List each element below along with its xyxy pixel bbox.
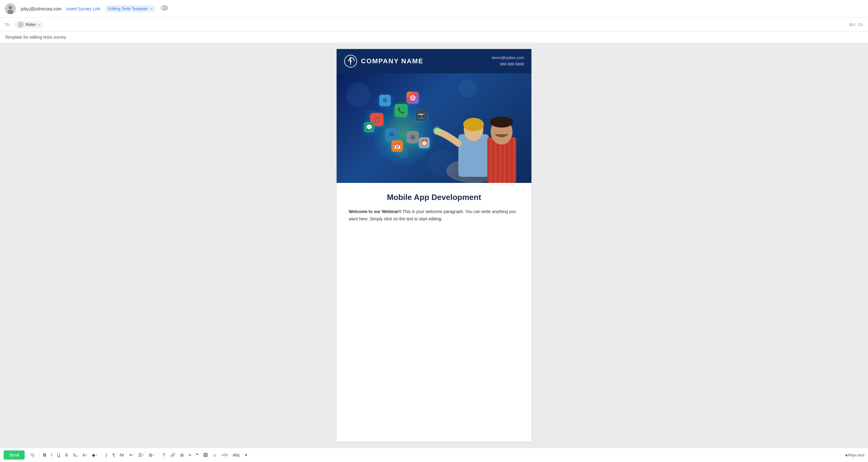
list-button[interactable]: ☰▾ bbox=[136, 451, 146, 459]
attachment-button[interactable]: 📎 bbox=[28, 451, 37, 459]
photos-icon-bubble: 🌸 bbox=[407, 92, 419, 104]
font-color-button[interactable]: A▾ bbox=[80, 451, 89, 459]
spellcheck-button[interactable]: Abc bbox=[230, 451, 242, 459]
close-tab-button[interactable]: × bbox=[150, 7, 152, 11]
email-heading: Mobile App Development bbox=[349, 193, 519, 202]
top-bar: juby.j@zohocorp.com Insert Survey Link E… bbox=[0, 0, 868, 18]
quote-button[interactable]: ❝ bbox=[194, 451, 200, 459]
email-header-banner: COMPANY NAME demo@zylker.com 888 888 888… bbox=[337, 49, 531, 73]
svg-point-12 bbox=[433, 126, 441, 135]
to-label: To bbox=[5, 22, 11, 27]
plain-text-button[interactable]: ◄Plain text bbox=[844, 453, 864, 457]
people-area bbox=[422, 73, 531, 183]
preview-icon[interactable] bbox=[161, 5, 168, 12]
indent-button[interactable]: ⊞▾ bbox=[147, 451, 156, 459]
format-button[interactable]: ƒ bbox=[103, 451, 110, 459]
toolbar-sep-3 bbox=[158, 452, 159, 458]
calendar-icon-bubble: 📅 bbox=[392, 140, 403, 152]
bcc-cc-area: Bcc Cc bbox=[849, 22, 863, 27]
font-color-arrow: ▾ bbox=[86, 454, 87, 457]
svg-rect-19 bbox=[513, 137, 515, 183]
hero-image: 🎵 📞 ⚙ 🌸 📷 ✉ ⊞ 📅 ⏰ 💬 bbox=[337, 73, 531, 183]
blockquote-icon: ≡ bbox=[189, 453, 191, 457]
email-text-content: Mobile App Development Welcome to our We… bbox=[337, 183, 531, 233]
contact-info: demo@zylker.com 888 888 8888 bbox=[492, 55, 524, 68]
bold-button[interactable]: B bbox=[41, 451, 49, 459]
emoji-button[interactable]: ☺ bbox=[210, 451, 219, 459]
link-button[interactable]: 🔗 bbox=[168, 451, 178, 459]
to-row: To Robin × Bcc Cc bbox=[0, 18, 868, 32]
grid-icon-bubble: ⊞ bbox=[407, 131, 419, 143]
toolbar-sep-2 bbox=[101, 452, 101, 458]
more-icon: ▾ bbox=[245, 453, 247, 457]
insert-survey-link[interactable]: Insert Survey Link bbox=[66, 6, 100, 11]
email-body-bold: Welcome to our Webinar!! bbox=[349, 209, 401, 214]
svg-rect-18 bbox=[508, 137, 510, 183]
cc-button[interactable]: Cc bbox=[858, 22, 863, 27]
strikethrough-icon: S bbox=[65, 453, 68, 457]
svg-point-10 bbox=[463, 118, 484, 131]
company-logo: COMPANY NAME bbox=[344, 55, 423, 68]
svg-rect-15 bbox=[495, 137, 496, 183]
image-button[interactable]: 🖼 bbox=[201, 451, 210, 459]
recipient-name: Robin bbox=[26, 22, 36, 27]
active-tab[interactable]: Editing Tests Template × bbox=[105, 5, 156, 12]
sender-email: juby.j@zohocorp.com bbox=[21, 6, 61, 11]
svg-point-21 bbox=[490, 117, 513, 127]
italic-icon: I bbox=[51, 453, 52, 457]
recipient-chip: Robin × bbox=[14, 21, 43, 28]
link-icon: 🔗 bbox=[170, 453, 175, 457]
paragraph-button[interactable]: ¶ bbox=[111, 451, 117, 459]
email-content: COMPANY NAME demo@zylker.com 888 888 888… bbox=[337, 49, 531, 441]
svg-point-2 bbox=[7, 10, 13, 14]
phone-icon-bubble: 📞 bbox=[395, 104, 408, 117]
bold-icon: B bbox=[43, 453, 46, 457]
list-icon: ☰ bbox=[138, 453, 142, 457]
numbered-list-button[interactable]: Nr bbox=[118, 451, 126, 459]
email-body-area: COMPANY NAME demo@zylker.com 888 888 888… bbox=[0, 43, 868, 448]
subscript-button[interactable]: X₂ bbox=[71, 451, 80, 459]
highlight-icon: ◆ bbox=[92, 453, 95, 457]
emoji-icon: ☺ bbox=[212, 453, 217, 457]
subject-text: Template for editing tests survey bbox=[5, 35, 66, 39]
font-color-icon: A bbox=[83, 453, 85, 457]
remove-recipient-button[interactable]: × bbox=[38, 23, 40, 27]
svg-point-4 bbox=[164, 7, 165, 9]
email-body-paragraph: Welcome to our Webinar!! This is your we… bbox=[349, 208, 519, 223]
subject-row: Template for editing tests survey bbox=[0, 32, 868, 43]
align-arrow: ▾ bbox=[132, 454, 133, 457]
message-icon-bubble: 💬 bbox=[364, 122, 374, 132]
align-button[interactable]: ≡▾ bbox=[127, 451, 135, 459]
code-icon: </> bbox=[222, 453, 228, 457]
camera-icon-bubble: 📷 bbox=[416, 110, 427, 121]
send-button[interactable]: Send bbox=[4, 451, 25, 460]
settings-icon-bubble: ⚙ bbox=[379, 95, 391, 106]
toolbar: Send 📎 B I U S X₂ A▾ ◆▾ ƒ ¶ Nr ≡▾ ☰▾ ⊞▾ bbox=[0, 448, 868, 462]
svg-rect-14 bbox=[490, 137, 492, 183]
italic-button[interactable]: I bbox=[49, 451, 55, 459]
image-icon: 🖼 bbox=[203, 453, 208, 457]
clear-format-button[interactable]: T bbox=[160, 451, 167, 459]
blockquote-button[interactable]: ≡ bbox=[187, 451, 193, 459]
logo-icon bbox=[344, 55, 357, 68]
format-icon: ƒ bbox=[105, 453, 108, 457]
highlight-button[interactable]: ◆▾ bbox=[90, 451, 99, 459]
strikethrough-button[interactable]: S bbox=[63, 451, 70, 459]
paragraph-icon: ¶ bbox=[113, 453, 115, 457]
underline-button[interactable]: U bbox=[55, 451, 62, 459]
numbered-list-icon: Nr bbox=[120, 453, 124, 457]
contact-email: demo@zylker.com bbox=[492, 55, 524, 61]
subscript-icon: X₂ bbox=[73, 453, 77, 457]
code-button[interactable]: </> bbox=[219, 451, 230, 459]
indent-icon: ⊞ bbox=[149, 453, 153, 457]
underline-icon: U bbox=[57, 453, 60, 457]
spellcheck-icon: Abc bbox=[232, 453, 240, 457]
table-button[interactable]: ⊞ bbox=[178, 451, 186, 459]
contact-phone: 888 888 8888 bbox=[492, 61, 524, 68]
highlight-arrow: ▾ bbox=[96, 454, 97, 457]
bcc-button[interactable]: Bcc bbox=[849, 22, 856, 27]
svg-point-1 bbox=[8, 6, 12, 9]
more-button[interactable]: ▾ bbox=[243, 451, 249, 459]
table-icon: ⊞ bbox=[180, 453, 184, 457]
list-arrow: ▾ bbox=[143, 454, 144, 457]
